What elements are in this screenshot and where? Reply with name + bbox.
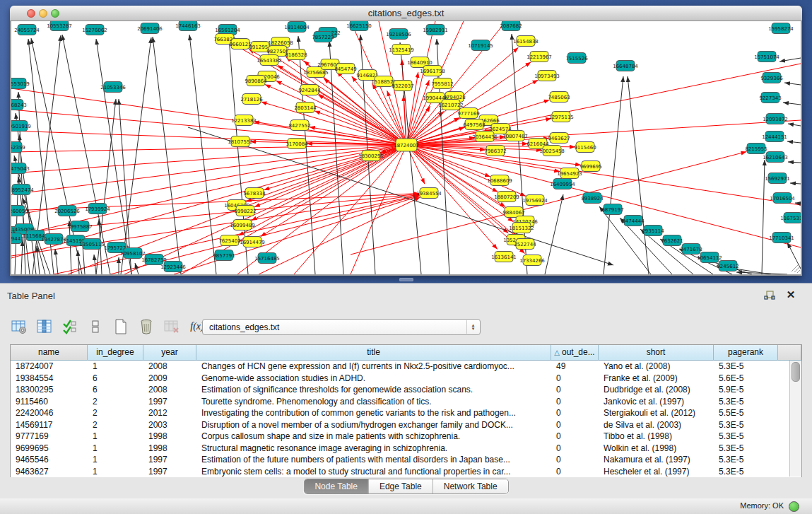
graph-node[interactable]: 5678334 [243, 188, 266, 199]
graph-node[interactable]: 12444151 [762, 132, 787, 142]
column-header-year[interactable]: year [143, 345, 196, 361]
table-cell-title[interactable]: Genome-wide association studies in ADHD. [196, 373, 551, 385]
graph-node[interactable]: 10553287 [47, 21, 72, 31]
graph-node[interactable]: 7986372 [484, 146, 506, 156]
panel-divider-grip[interactable] [399, 278, 413, 281]
new-column-icon[interactable] [112, 317, 130, 336]
graph-node[interactable]: 18114004 [284, 22, 310, 33]
graph-node[interactable]: 20206526 [54, 206, 80, 216]
column-header-short[interactable]: short [599, 345, 714, 361]
table-cell-name[interactable]: 9115460 [11, 396, 88, 408]
table-cell-in_degree[interactable]: 6 [88, 384, 143, 396]
table-cell-pagerank[interactable]: 5.6E-5 [714, 373, 778, 385]
table-cell-pagerank[interactable]: 5.5E-5 [714, 407, 778, 419]
column-header-pagerank[interactable]: pagerank [714, 345, 778, 361]
graph-node[interactable]: 10025458 [539, 146, 565, 156]
column-header-out_degree[interactable]: △out_de... [551, 345, 599, 361]
graph-node[interactable]: 16914479 [240, 237, 265, 247]
table-row[interactable]: 1872400712008Changes of HCN gene express… [11, 361, 801, 373]
graph-node[interactable]: 10654112 [697, 252, 722, 263]
graph-node[interactable]: 13427874 [41, 234, 66, 245]
graph-node[interactable]: 16961758 [420, 66, 445, 76]
graph-node[interactable]: 2803144 [294, 103, 317, 113]
table-cell-short[interactable]: Wolkin et al. (1998) [599, 443, 714, 455]
table-cell-title[interactable]: Estimation of the future numbers of pati… [196, 454, 551, 466]
graph-node[interactable]: 10688609 [487, 175, 512, 186]
graph-node[interactable]: 7515526 [565, 53, 588, 64]
graph-node[interactable]: 12923446 [160, 262, 186, 272]
graph-node[interactable]: 16543382 [257, 55, 282, 66]
table-scrollbar[interactable] [789, 361, 801, 477]
graph-node[interactable]: 19218506 [386, 29, 411, 40]
graph-node[interactable]: 19654923 [557, 168, 582, 179]
graph-node[interactable]: 2935114 [642, 226, 664, 236]
graph-node[interactable]: 17016504 [770, 193, 795, 204]
table-cell-out_degree[interactable]: 0 [551, 419, 599, 431]
table-row[interactable]: 1456911722003Disruption of a novel membe… [11, 419, 801, 431]
graph-node[interactable]: 15751074 [754, 52, 779, 62]
graph-node[interactable]: 11325419 [389, 45, 414, 55]
table-cell-out_degree[interactable]: 0 [551, 466, 599, 478]
graph-node[interactable]: 12093872 [763, 114, 788, 124]
graph-node[interactable]: 7625402 [218, 235, 240, 246]
table-cell-title[interactable]: Corpus callosum shape and size in male p… [196, 431, 551, 443]
graph-node[interactable]: 16136141 [491, 252, 517, 262]
table-cell-in_degree[interactable]: 2 [88, 419, 143, 431]
graph-node[interactable]: 18952474 [11, 185, 34, 195]
graph-node[interactable]: 20691406 [137, 23, 163, 34]
table-cell-out_degree[interactable]: 0 [551, 431, 599, 443]
table-cell-pagerank[interactable]: 5.9E-5 [714, 384, 778, 396]
table-cell-in_degree[interactable]: 1 [88, 431, 143, 443]
graph-node[interactable]: 17446163 [175, 21, 201, 31]
table-cell-year[interactable]: 1997 [143, 466, 196, 478]
tab-node-table[interactable]: Node Table [304, 479, 369, 493]
graph-node[interactable]: 9660125 [229, 39, 251, 49]
graph-node[interactable]: 9242844 [298, 85, 321, 95]
graph-node[interactable]: 18724007 [394, 139, 419, 151]
graph-node[interactable]: 8912954 [249, 42, 271, 52]
table-cell-year[interactable]: 2009 [143, 373, 196, 385]
graph-node[interactable]: 9699695 [579, 161, 601, 172]
graph-node[interactable]: 8215955 [745, 144, 767, 154]
graph-node[interactable]: 12975115 [548, 112, 574, 122]
table-row[interactable]: 1938455462009Genome-wide association stu… [11, 373, 801, 385]
delete-table-icon[interactable] [163, 317, 181, 336]
graph-node[interactable]: 17710341 [769, 233, 794, 243]
table-cell-name[interactable]: 22420046 [11, 407, 88, 419]
table-cell-name[interactable]: 9465546 [11, 454, 88, 466]
graph-node[interactable]: 19501919 [11, 121, 31, 132]
graph-node[interactable]: 13505115 [79, 239, 105, 250]
table-cell-out_degree[interactable]: 0 [551, 384, 599, 396]
graph-node[interactable]: 14568243 [11, 100, 27, 110]
graph-node[interactable]: 16210722 [438, 100, 464, 110]
column-header-title[interactable]: title [196, 345, 551, 361]
graph-node[interactable]: 3919441 [11, 233, 24, 244]
graph-node[interactable]: 9245612 [717, 261, 739, 271]
graph-node[interactable]: 5998222 [234, 206, 256, 216]
graph-node[interactable]: 21053346 [100, 82, 126, 93]
graph-node[interactable]: 16154838 [513, 36, 539, 47]
table-cell-year[interactable]: 2012 [143, 407, 196, 419]
graph-node[interactable]: 10958107 [120, 248, 146, 259]
graph-node[interactable]: 7485063 [548, 92, 570, 103]
graph-node[interactable]: 2718126 [240, 94, 263, 105]
graph-node[interactable]: 17334266 [519, 255, 545, 266]
table-cell-year[interactable]: 1998 [143, 431, 196, 443]
tab-edge-table[interactable]: Edge Table [369, 479, 433, 493]
table-cell-year[interactable]: 2003 [143, 419, 196, 431]
graph-node[interactable]: 10807487 [502, 131, 528, 141]
graph-node[interactable]: 10719145 [468, 40, 493, 51]
table-cell-name[interactable]: 9699695 [11, 443, 88, 455]
table-row[interactable]: 946554611997Estimation of the future num… [11, 454, 801, 466]
graph-node[interactable]: 6879197 [601, 204, 623, 215]
graph-node[interactable]: 7857223 [312, 32, 334, 42]
table-cell-short[interactable]: Tibbo et al. (1998) [599, 431, 714, 443]
graph-node[interactable]: 10973493 [534, 71, 560, 81]
scrollbar-thumb[interactable] [792, 362, 800, 382]
graph-node[interactable]: 19756924 [522, 195, 548, 206]
table-cell-in_degree[interactable]: 6 [88, 373, 143, 385]
table-cell-year[interactable]: 1997 [143, 454, 196, 466]
table-cell-short[interactable]: Jankovic et al. (1997) [599, 396, 714, 408]
table-row[interactable]: 911546021997Tourette syndrome. Phenomeno… [11, 396, 801, 408]
table-cell-title[interactable]: Embryonic stem cells: a model to study s… [196, 466, 551, 478]
